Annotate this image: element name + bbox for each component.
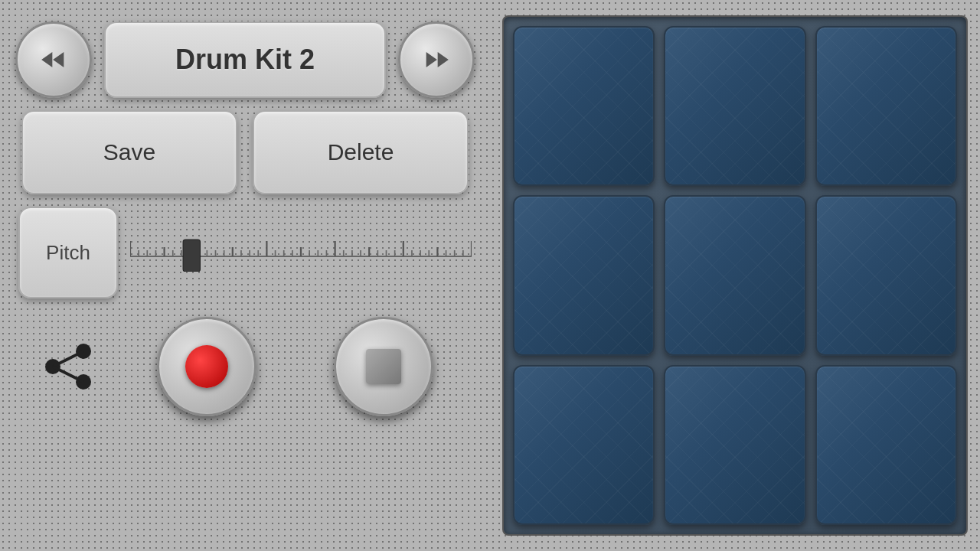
right-panel [490, 0, 980, 551]
svg-rect-42 [183, 240, 200, 272]
drum-pad-6[interactable] [815, 195, 957, 355]
share-button[interactable] [18, 321, 118, 412]
stop-button[interactable] [334, 317, 433, 416]
drum-pad-5[interactable] [664, 195, 805, 355]
pitch-row: Pitch // Will be rendered via inline SVG… [15, 207, 475, 298]
fast-forward-icon [421, 44, 452, 75]
drum-pad-7[interactable] [513, 365, 655, 525]
svg-line-46 [53, 351, 83, 367]
pitch-ticks: // Will be rendered via inline SVG eleme… [130, 233, 472, 272]
back-button[interactable] [15, 21, 92, 98]
drum-pad-9[interactable] [815, 365, 957, 525]
record-button[interactable] [157, 317, 256, 416]
left-panel: Drum Kit 2 Save Delete Pitch [0, 0, 490, 551]
drum-pad-1[interactable] [513, 26, 655, 186]
forward-button[interactable] [398, 21, 475, 98]
kit-title: Drum Kit 2 [175, 44, 315, 76]
pitch-button[interactable]: Pitch [18, 207, 118, 298]
record-section [118, 317, 295, 416]
save-button[interactable]: Save [21, 110, 237, 194]
pads-grid [502, 15, 968, 536]
record-indicator [185, 345, 228, 388]
top-row: Drum Kit 2 [15, 21, 475, 98]
stop-indicator [366, 349, 401, 384]
delete-button[interactable]: Delete [253, 110, 469, 194]
bottom-row [15, 317, 475, 416]
drum-pad-3[interactable] [815, 26, 957, 186]
pitch-slider-container: // Will be rendered via inline SVG eleme… [130, 230, 472, 276]
kit-title-box[interactable]: Drum Kit 2 [104, 21, 386, 98]
action-row: Save Delete [15, 110, 475, 194]
drum-pad-4[interactable] [513, 195, 655, 355]
rewind-icon [38, 44, 69, 75]
app-container: Drum Kit 2 Save Delete Pitch [0, 0, 980, 551]
drum-pad-2[interactable] [664, 26, 805, 186]
stop-section [295, 317, 472, 416]
share-icon [38, 336, 99, 397]
drum-pad-8[interactable] [664, 365, 805, 525]
svg-line-47 [53, 367, 83, 382]
